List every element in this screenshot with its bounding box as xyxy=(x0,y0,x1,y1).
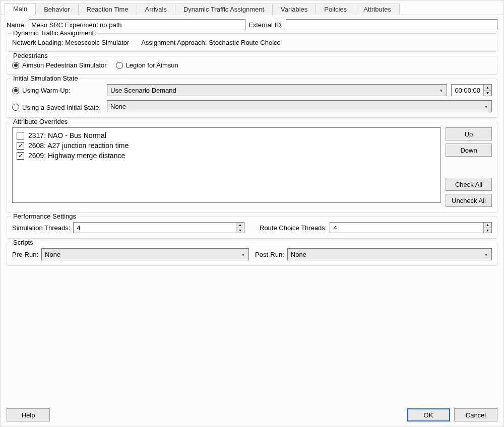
group-scripts: Scripts Pre-Run: None ▾ Post-Run: None ▾ xyxy=(7,243,497,266)
combo-value: None xyxy=(110,103,482,110)
attribute-override-item[interactable]: ✓2608: A27 junction reaction time xyxy=(17,140,436,151)
up-button[interactable]: Up xyxy=(446,127,492,140)
chevron-down-icon: ▾ xyxy=(437,88,445,93)
postrun-combo[interactable]: None ▾ xyxy=(287,248,492,260)
route-threads-label: Route Choice Threads: xyxy=(260,224,327,232)
radio-using-warmup[interactable]: Using Warm-Up: xyxy=(12,87,71,94)
cancel-button[interactable]: Cancel xyxy=(454,408,497,421)
radio-label: Aimsun Pedestrian Simulator xyxy=(22,61,107,69)
assignment-approach-label: Assignment Approach: xyxy=(141,39,207,46)
spinner-up-icon[interactable]: ▲ xyxy=(484,223,491,228)
group-title-pedestrians: Pedestrians xyxy=(11,52,50,59)
group-pedestrians: Pedestrians Aimsun Pedestrian SimulatorL… xyxy=(7,56,497,75)
dialog-footer: Help OK Cancel xyxy=(1,404,503,426)
prerun-label: Pre-Run: xyxy=(12,251,38,258)
chevron-down-icon: ▾ xyxy=(239,252,246,257)
group-title-initial-state: Initial Simulation State xyxy=(11,75,80,82)
checkbox-icon[interactable]: ✓ xyxy=(17,152,24,160)
external-id-label: External ID: xyxy=(248,21,283,29)
group-title-scripts: Scripts xyxy=(11,239,35,246)
tab-policies[interactable]: Policies xyxy=(316,4,355,15)
group-performance-settings: Performance Settings Simulation Threads:… xyxy=(7,217,497,239)
group-title-dta: Dynamic Traffic Assignment xyxy=(11,29,96,37)
tab-arrivals[interactable]: Arrivals xyxy=(137,4,175,15)
group-title-overrides: Attribute Overrides xyxy=(11,118,70,125)
prerun-combo[interactable]: None ▾ xyxy=(41,248,249,260)
radio-pedestrian-0[interactable]: Aimsun Pedestrian Simulator xyxy=(12,61,107,69)
external-id-input[interactable] xyxy=(286,19,497,30)
check-all-button[interactable]: Check All xyxy=(446,178,492,191)
network-loading-label: Network Loading: xyxy=(12,39,63,46)
tab-content-main: Name: External ID: Dynamic Traffic Assig… xyxy=(1,15,503,266)
warmup-demand-combo[interactable]: Use Scenario Demand ▾ xyxy=(107,84,447,96)
attribute-override-item[interactable]: ✓2609: Highway merge distance xyxy=(17,151,436,161)
group-dynamic-traffic-assignment: Dynamic Traffic Assignment Network Loadi… xyxy=(7,33,497,52)
tab-variables[interactable]: Variables xyxy=(272,4,316,15)
tab-dynamic-traffic-assignment[interactable]: Dynamic Traffic Assignment xyxy=(175,4,273,15)
combo-value: None xyxy=(291,251,482,258)
checkbox-icon[interactable]: ✓ xyxy=(17,142,24,150)
route-threads-value: 4 xyxy=(330,223,483,233)
chevron-down-icon: ▾ xyxy=(482,252,489,257)
spinner-up-icon[interactable]: ▲ xyxy=(236,223,244,228)
tab-reaction-time[interactable]: Reaction Time xyxy=(78,4,137,15)
help-button[interactable]: Help xyxy=(7,408,50,421)
group-initial-simulation-state: Initial Simulation State Using Warm-Up: … xyxy=(7,79,497,118)
radio-label-saved: Using a Saved Initial State: xyxy=(22,104,101,111)
attribute-override-label: 2608: A27 junction reaction time xyxy=(28,141,129,150)
checkbox-icon[interactable] xyxy=(17,132,24,139)
down-button[interactable]: Down xyxy=(446,144,492,157)
sim-threads-spinner[interactable]: 4 ▲ ▼ xyxy=(73,222,244,233)
spinner-down-icon[interactable]: ▼ xyxy=(484,228,491,233)
ok-button[interactable]: OK xyxy=(407,408,450,421)
combo-value: Use Scenario Demand xyxy=(110,87,437,94)
dialog-window: MainBehaviorReaction TimeArrivalsDynamic… xyxy=(0,0,504,427)
chevron-down-icon: ▾ xyxy=(482,104,489,109)
tab-behavior[interactable]: Behavior xyxy=(35,4,78,15)
radio-icon xyxy=(12,87,19,94)
group-attribute-overrides: Attribute Overrides 2317: NAO - Bus Norm… xyxy=(7,122,497,212)
tab-attributes[interactable]: Attributes xyxy=(355,4,400,15)
attribute-override-item[interactable]: 2317: NAO - Bus Normal xyxy=(17,130,436,140)
postrun-label: Post-Run: xyxy=(255,251,284,258)
radio-label-warmup: Using Warm-Up: xyxy=(22,87,71,94)
network-loading-value: Mesoscopic Simulator xyxy=(65,39,129,46)
warmup-time-value: 00:00:00 xyxy=(452,85,483,96)
uncheck-all-button[interactable]: Uncheck All xyxy=(446,194,492,207)
radio-using-saved-state[interactable]: Using a Saved Initial State: xyxy=(12,104,101,111)
warmup-time-spinner[interactable]: 00:00:00 ▲ ▼ xyxy=(451,84,492,96)
name-input[interactable] xyxy=(29,19,245,30)
radio-icon xyxy=(116,62,123,69)
name-label: Name: xyxy=(7,21,26,29)
tabbar: MainBehaviorReaction TimeArrivalsDynamic… xyxy=(1,1,503,15)
tab-main[interactable]: Main xyxy=(5,3,36,15)
spinner-up-icon[interactable]: ▲ xyxy=(484,85,491,91)
group-title-perf: Performance Settings xyxy=(11,212,78,220)
attribute-override-label: 2609: Highway merge distance xyxy=(28,152,125,160)
radio-label: Legion for Aimsun xyxy=(126,61,178,69)
spinner-down-icon[interactable]: ▼ xyxy=(236,228,244,233)
saved-state-combo[interactable]: None ▾ xyxy=(107,100,492,112)
sim-threads-value: 4 xyxy=(74,223,236,233)
attribute-override-label: 2317: NAO - Bus Normal xyxy=(28,131,106,139)
attribute-override-list[interactable]: 2317: NAO - Bus Normal✓2608: A27 junctio… xyxy=(12,127,440,203)
radio-icon xyxy=(12,62,19,69)
radio-icon xyxy=(12,104,19,111)
radio-pedestrian-1[interactable]: Legion for Aimsun xyxy=(116,61,178,69)
assignment-approach-value: Stochastic Route Choice xyxy=(209,39,280,46)
sim-threads-label: Simulation Threads: xyxy=(12,224,70,232)
route-threads-spinner[interactable]: 4 ▲ ▼ xyxy=(330,222,492,233)
combo-value: None xyxy=(45,251,239,258)
spinner-down-icon[interactable]: ▼ xyxy=(484,91,491,96)
